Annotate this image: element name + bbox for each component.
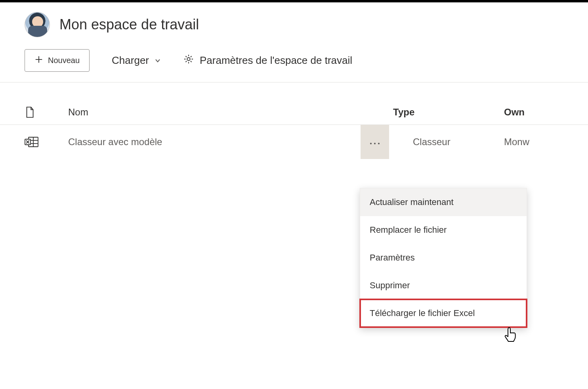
plus-icon: [34, 55, 43, 66]
workspace-title: Mon espace de travail: [59, 16, 199, 33]
file-type-column-icon: [25, 106, 68, 118]
svg-point-8: [370, 143, 372, 144]
upload-dropdown[interactable]: Charger: [112, 54, 161, 67]
toolbar: Nouveau Charger Paramètres de l'espace d…: [0, 42, 588, 82]
row-owner: Monw: [504, 136, 588, 148]
column-header-owner[interactable]: Own: [504, 107, 588, 118]
workspace-settings-button[interactable]: Paramètres de l'espace de travail: [183, 54, 352, 67]
svg-point-9: [374, 143, 376, 144]
more-options-button[interactable]: [361, 125, 389, 159]
avatar[interactable]: [25, 12, 50, 37]
ellipsis-icon: [369, 136, 380, 148]
upload-label: Charger: [112, 54, 149, 67]
svg-point-2: [187, 57, 190, 60]
table-row[interactable]: Classeur avec modèle Classeur Monw: [0, 125, 588, 159]
pointer-cursor-icon: [504, 326, 518, 343]
workspace-settings-label: Paramètres de l'espace de travail: [200, 54, 352, 67]
menu-item-download-excel[interactable]: Télécharger le fichier Excel: [360, 299, 527, 327]
new-button-label: Nouveau: [48, 56, 80, 65]
menu-item-settings[interactable]: Paramètres: [360, 244, 527, 272]
column-header-type[interactable]: Type: [393, 107, 504, 118]
excel-workbook-icon: [25, 136, 68, 148]
menu-item-refresh-now[interactable]: Actualiser maintenant: [360, 188, 527, 216]
chevron-down-icon: [155, 54, 161, 67]
table-header: Nom Type Own: [0, 82, 588, 125]
menu-item-delete[interactable]: Supprimer: [360, 272, 527, 299]
row-name[interactable]: Classeur avec modèle: [68, 136, 393, 148]
gear-icon: [183, 54, 194, 67]
workspace-header: Mon espace de travail: [0, 2, 588, 42]
svg-point-10: [378, 143, 380, 144]
context-menu: Actualiser maintenant Remplacer le fichi…: [360, 188, 527, 328]
row-type: Classeur: [393, 136, 504, 148]
new-button[interactable]: Nouveau: [25, 49, 90, 72]
column-header-name[interactable]: Nom: [68, 107, 393, 118]
menu-item-replace-file[interactable]: Remplacer le fichier: [360, 216, 527, 244]
